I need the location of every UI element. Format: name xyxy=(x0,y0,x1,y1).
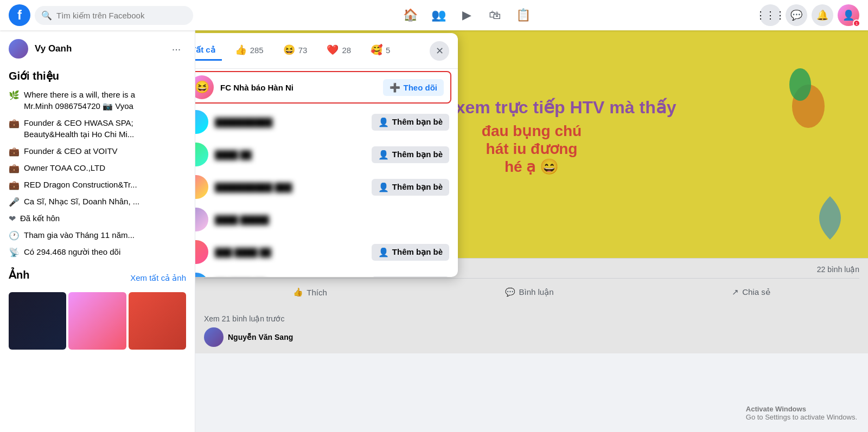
add-friend-label-4: Thêm bạn bè xyxy=(392,182,443,192)
person-row-3[interactable]: ████ ██ 👤 Thêm bạn bè xyxy=(195,138,458,171)
modal-person-list: 😆 FC Nhà báo Hàn Ni ➕ Theo dõi ████████ xyxy=(195,69,458,277)
photos-title: Ảnh xyxy=(9,268,29,281)
nav-pages-button[interactable]: 📋 xyxy=(510,2,536,28)
tab-like-count: 285 xyxy=(250,46,264,55)
intro-item-4: 💼 Owner TOAA CO.,LTD xyxy=(9,162,186,173)
tab-like[interactable]: 👍 285 xyxy=(228,40,270,62)
follow-button-1[interactable]: ➕ Theo dõi xyxy=(383,79,444,96)
photos-section: Ảnh Xem tất cả ảnh xyxy=(9,268,186,350)
intro-text-2: Founder & CEO HWASA SPA;Beauty&Health tạ… xyxy=(24,117,134,140)
follow-label-1: Theo dõi xyxy=(404,83,438,92)
search-input[interactable] xyxy=(56,11,187,20)
person-name-2: ██████████ xyxy=(215,118,365,127)
wow-emoji: 🥰 xyxy=(371,44,382,56)
activate-windows-notice: Activate Windows Go to Settings to activ… xyxy=(746,405,857,421)
intro-item-6: 🎤 Ca Sĩ, Nhạc Sĩ, Doanh Nhân, ... xyxy=(9,196,186,207)
navbar-left: f 🔍 xyxy=(9,4,193,26)
add-friend-button-2[interactable]: 👤 Thêm bạn bè xyxy=(372,114,449,131)
nature-icon: 🌿 xyxy=(9,90,20,100)
nav-home-button[interactable]: 🏠 xyxy=(397,2,423,28)
tab-all[interactable]: Tất cả xyxy=(195,41,222,61)
profile-avatar xyxy=(9,39,28,59)
photos-header: Ảnh Xem tất cả ảnh xyxy=(9,268,186,288)
tab-love[interactable]: ❤️ 28 xyxy=(320,40,358,62)
post-background: Ai đang xem trực tiếp HTV mà thấy đau bụ… xyxy=(195,30,868,353)
intro-section: Giới thiệu 🌿 Where there is a will, ther… xyxy=(9,69,186,257)
person-avatar-3 xyxy=(195,143,208,166)
profile-name: Vy Oanh xyxy=(35,43,72,54)
add-friend-button-6[interactable]: 👤 Thêm bạn bè xyxy=(372,244,449,261)
more-options-button[interactable]: ··· xyxy=(167,39,186,59)
person-row-6[interactable]: ███ ████ ██ 👤 Thêm bạn bè xyxy=(195,236,458,268)
intro-item-1: 🌿 Where there is a will, there is aMr.Mi… xyxy=(9,89,186,112)
add-friend-button-3[interactable]: 👤 Thêm bạn bè xyxy=(372,146,449,163)
navbar-center: 🏠 👥 ▶ 🛍 📋 xyxy=(193,2,740,28)
intro-text-1: Where there is a will, there is aMr.Minh… xyxy=(24,89,135,112)
photo-thumb-2[interactable] xyxy=(68,292,126,350)
add-friend-button-4[interactable]: 👤 Thêm bạn bè xyxy=(372,179,449,196)
person-avatar-2 xyxy=(195,110,208,134)
tab-wow[interactable]: 🥰 5 xyxy=(364,40,397,62)
intro-text-9: Có 294.468 người theo dõi xyxy=(24,246,120,257)
reactions-modal: Tất cả 👍 285 😆 73 ❤️ 28 xyxy=(195,33,458,277)
user-avatar[interactable]: 👤 1 xyxy=(838,4,859,26)
clock-icon: 🕐 xyxy=(9,230,20,241)
activate-windows-subtitle: Go to Settings to activate Windows. xyxy=(746,413,857,421)
love-emoji: ❤️ xyxy=(327,44,339,56)
person-row-5[interactable]: ████ █████ xyxy=(195,203,458,236)
modal-header: Tất cả 👍 285 😆 73 ❤️ 28 xyxy=(195,33,458,69)
add-friend-icon-6: 👤 xyxy=(378,247,389,257)
profile-header: Vy Oanh ··· xyxy=(9,39,186,59)
person-emoji-1: 😆 xyxy=(195,80,209,94)
intro-text-6: Ca Sĩ, Nhạc Sĩ, Doanh Nhân, ... xyxy=(24,196,139,207)
nav-watch-button[interactable]: ▶ xyxy=(454,2,480,28)
nav-marketplace-button[interactable]: 🛍 xyxy=(482,2,508,28)
photos-grid xyxy=(9,292,186,350)
follow-icon-1: ➕ xyxy=(390,82,400,93)
person-avatar-4 xyxy=(195,175,208,199)
add-friend-button-7[interactable]: 👤 Thêm bạn bè xyxy=(372,276,449,278)
person-avatar-5 xyxy=(195,208,208,231)
person-name-5: ████ █████ xyxy=(215,215,449,224)
work-icon-4: 💼 xyxy=(9,180,20,190)
person-avatar-7 xyxy=(195,273,208,277)
add-friend-label-3: Thêm bạn bè xyxy=(392,150,443,159)
intro-item-2: 💼 Founder & CEO HWASA SPA;Beauty&Health … xyxy=(9,117,186,140)
intro-item-7: ❤ Đã kết hôn xyxy=(9,212,186,224)
messenger-button[interactable]: 💬 xyxy=(786,4,807,26)
intro-item-9: 📡 Có 294.468 người theo dõi xyxy=(9,246,186,257)
apps-menu-button[interactable]: ⋮⋮⋮ xyxy=(760,4,781,26)
intro-item-8: 🕐 Tham gia vào Tháng 11 năm... xyxy=(9,229,186,241)
intro-text-7: Đã kết hôn xyxy=(20,212,60,224)
notifications-button[interactable]: 🔔 xyxy=(812,4,833,26)
avatar-emoji: 👤 xyxy=(843,9,854,21)
nav-friends-button[interactable]: 👥 xyxy=(425,2,451,28)
see-all-photos-link[interactable]: Xem tất cả ảnh xyxy=(130,273,186,283)
follow-icon: 📡 xyxy=(9,247,20,257)
add-friend-icon-3: 👤 xyxy=(378,150,389,160)
intro-text-5: RED Dragon Construction&Tr... xyxy=(24,179,137,190)
photo-thumb-3[interactable] xyxy=(129,292,186,350)
modal-close-button[interactable]: ✕ xyxy=(430,41,449,61)
person-name-4: ██████████ ███ xyxy=(215,183,365,192)
tab-wow-count: 5 xyxy=(386,46,390,55)
tab-haha[interactable]: 😆 73 xyxy=(277,40,314,62)
music-icon: 🎤 xyxy=(9,197,20,207)
intro-item-5: 💼 RED Dragon Construction&Tr... xyxy=(9,179,186,190)
modal-overlay[interactable]: Tất cả 👍 285 😆 73 ❤️ 28 xyxy=(195,30,868,353)
person-name-6: ███ ████ ██ xyxy=(215,248,365,257)
tab-all-label: Tất cả xyxy=(195,45,215,55)
photo-thumb-1[interactable] xyxy=(9,292,66,350)
intro-title: Giới thiệu xyxy=(9,69,186,82)
work-icon-3: 💼 xyxy=(9,163,20,173)
facebook-logo[interactable]: f xyxy=(9,4,30,26)
person-row-1[interactable]: 😆 FC Nhà báo Hàn Ni ➕ Theo dõi xyxy=(195,71,451,104)
person-row-7[interactable]: ██ ████ ██ 👤 Thêm bạn bè xyxy=(195,268,458,277)
person-row-4[interactable]: ██████████ ███ 👤 Thêm bạn bè xyxy=(195,171,458,203)
search-box[interactable]: 🔍 xyxy=(35,6,193,25)
heart-icon: ❤ xyxy=(9,214,16,224)
add-friend-icon-4: 👤 xyxy=(378,182,389,192)
intro-text-4: Owner TOAA CO.,LTD xyxy=(24,162,105,173)
content-area: Ai đang xem trực tiếp HTV mà thấy đau bụ… xyxy=(195,30,868,432)
person-row-2[interactable]: ██████████ 👤 Thêm bạn bè xyxy=(195,106,458,138)
